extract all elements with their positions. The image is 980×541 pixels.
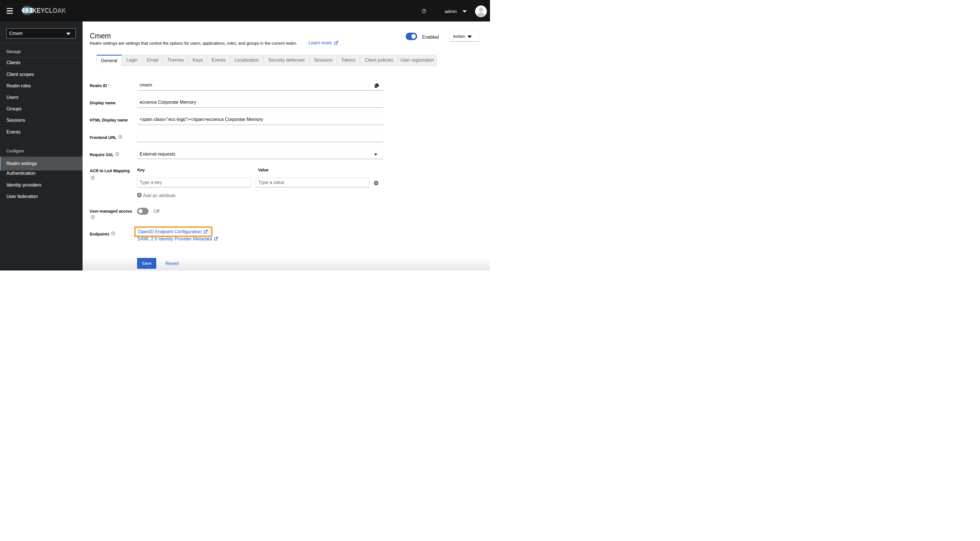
svg-text:KEYCLOAK: KEYCLOAK <box>32 6 66 14</box>
svg-text:?: ? <box>112 232 113 235</box>
svg-text:?: ? <box>92 216 93 218</box>
svg-text:?: ? <box>92 176 93 179</box>
svg-text:?: ? <box>116 153 118 155</box>
svg-text:?: ? <box>423 10 425 13</box>
svg-text:?: ? <box>119 135 121 138</box>
